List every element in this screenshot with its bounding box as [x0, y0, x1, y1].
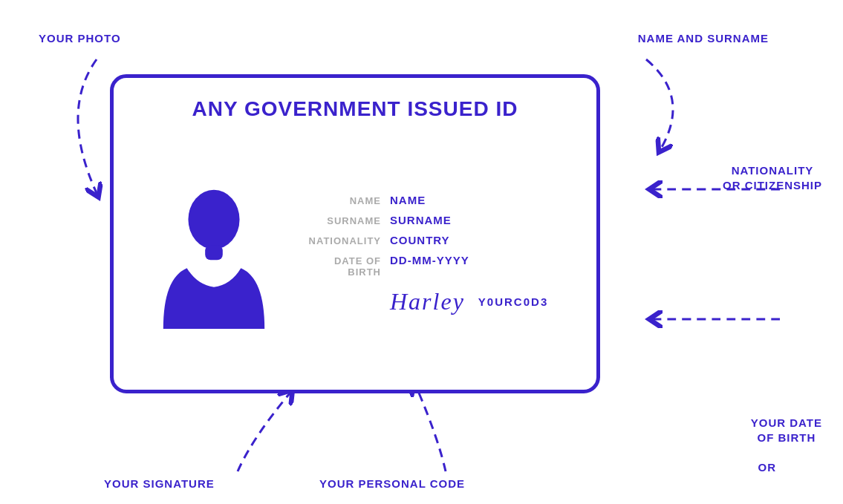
svg-rect-1 [205, 245, 223, 260]
signature-image: Harley [390, 288, 465, 315]
nationality-label: NATIONALITY [299, 235, 381, 246]
card-title: ANY GOVERNMENT ISSUED ID [192, 97, 518, 121]
dob-value: DD-MM-YYYY [390, 254, 469, 266]
nationality-field-row: NATIONALITY COUNTRY [299, 234, 574, 246]
your-personal-code-label: YOUR PERSONAL CODE [319, 477, 465, 491]
surname-label: SURNAME [299, 215, 381, 226]
dob-label: DATE OF BIRTH [299, 255, 381, 278]
dob-field-row: DATE OF BIRTH DD-MM-YYYY [299, 254, 574, 278]
or-label: OR [758, 460, 777, 475]
surname-field-row: SURNAME SURNAME [299, 214, 574, 226]
name-value: NAME [390, 194, 426, 206]
photo-area [136, 134, 292, 375]
id-card: ANY GOVERNMENT ISSUED ID NAME NA [110, 74, 600, 393]
nationality-value: COUNTRY [390, 234, 450, 246]
name-and-surname-label: NAME AND SURNAME [638, 31, 769, 46]
surname-value: SURNAME [390, 214, 452, 226]
name-field-row: NAME NAME [299, 194, 574, 206]
svg-point-0 [188, 190, 239, 249]
card-body: NAME NAME SURNAME SURNAME NATIONALITY CO… [136, 134, 574, 375]
page-container: YOUR PHOTO NAME AND SURNAME NATIONALITY … [0, 0, 843, 504]
your-date-of-birth-label: YOUR DATE OF BIRTH [751, 416, 822, 445]
signature-area: Harley Y0URC0D3 [299, 288, 574, 315]
nationality-or-citizenship-label: NATIONALITY OR CITIZENSHIP [723, 163, 822, 192]
name-label: NAME [299, 195, 381, 206]
fields-area: NAME NAME SURNAME SURNAME NATIONALITY CO… [292, 134, 574, 375]
person-silhouette [151, 180, 277, 329]
your-photo-label: YOUR PHOTO [39, 31, 121, 46]
your-signature-label: YOUR SIGNATURE [104, 477, 215, 491]
personal-code-value: Y0URC0D3 [478, 295, 548, 308]
